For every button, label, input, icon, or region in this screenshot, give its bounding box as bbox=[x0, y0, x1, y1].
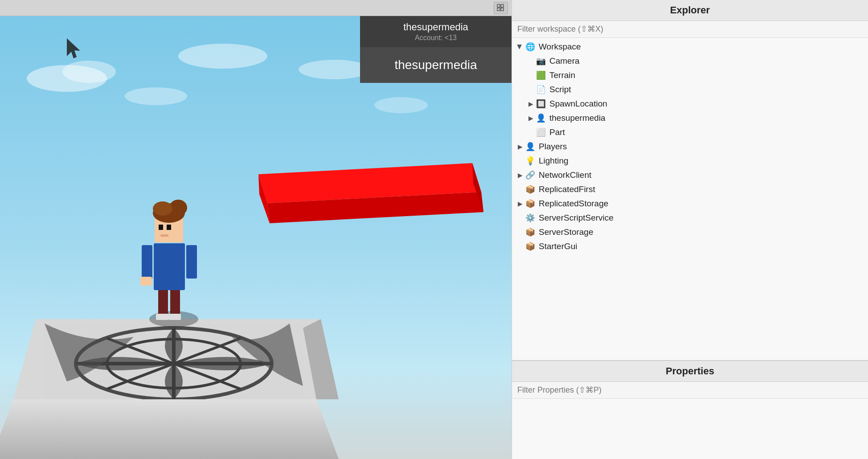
tree-label-replicatedstorage: ReplicatedStorage bbox=[539, 199, 608, 209]
svg-point-7 bbox=[125, 87, 187, 105]
svg-rect-3 bbox=[501, 8, 504, 11]
svg-rect-36 bbox=[160, 234, 168, 237]
right-panel: Explorer ▶🌐Workspace▶📷Camera▶🟩Terrain▶📄S… bbox=[512, 0, 868, 459]
tree-label-part: Part bbox=[549, 127, 565, 137]
explorer-header: Explorer bbox=[512, 0, 868, 21]
filter-properties-container[interactable] bbox=[512, 382, 868, 399]
tree-item-players[interactable]: ▶👤Players bbox=[512, 139, 868, 154]
tree-icon-replicatedfirst: 📦 bbox=[524, 184, 536, 195]
tree-item-terrain[interactable]: ▶🟩Terrain bbox=[512, 68, 868, 82]
tree-item-workspace[interactable]: ▶🌐Workspace bbox=[512, 40, 868, 54]
popup-display-name: thesupermedia bbox=[369, 58, 503, 72]
tree-icon-lighting: 💡 bbox=[524, 155, 536, 167]
tree-icon-serverstorage: 📦 bbox=[524, 226, 536, 238]
tree-label-terrain: Terrain bbox=[549, 70, 575, 80]
tree-item-spawnlocation[interactable]: ▶🔲SpawnLocation bbox=[512, 97, 868, 111]
properties-header: Properties bbox=[512, 361, 868, 382]
svg-point-33 bbox=[153, 201, 172, 216]
tree-item-networkclient[interactable]: ▶🔗NetworkClient bbox=[512, 168, 868, 182]
tree-label-replicatedfirst: ReplicatedFirst bbox=[539, 184, 595, 194]
filter-workspace-input[interactable] bbox=[517, 25, 863, 34]
tree-item-startergui[interactable]: ▶📦StarterGui bbox=[512, 239, 868, 254]
filter-workspace-container[interactable] bbox=[512, 21, 868, 38]
grid-icon-button[interactable] bbox=[494, 2, 508, 14]
svg-rect-23 bbox=[170, 288, 180, 317]
tree-icon-script: 📄 bbox=[535, 84, 547, 95]
tree-icon-terrain: 🟩 bbox=[535, 70, 547, 81]
svg-rect-22 bbox=[158, 288, 168, 317]
tree-item-replicatedstorage[interactable]: ▶📦ReplicatedStorage bbox=[512, 197, 868, 211]
tree-item-camera[interactable]: ▶📷Camera bbox=[512, 54, 868, 68]
tree-item-serverscriptservice[interactable]: ▶⚙️ServerScriptService bbox=[512, 211, 868, 225]
tree-icon-replicatedstorage: 📦 bbox=[524, 198, 536, 209]
svg-rect-2 bbox=[497, 8, 500, 11]
tree-icon-part: ⬜ bbox=[535, 127, 547, 138]
tree-icon-spawnlocation: 🔲 bbox=[535, 98, 547, 110]
tree-arrow-workspace: ▶ bbox=[516, 42, 524, 51]
tree-arrow-thesupermedia: ▶ bbox=[526, 115, 535, 122]
tree-item-part[interactable]: ▶⬜Part bbox=[512, 125, 868, 139]
properties-body bbox=[512, 399, 868, 459]
tree-icon-workspace: 🌐 bbox=[524, 41, 536, 53]
tree-arrow-replicatedstorage: ▶ bbox=[516, 200, 524, 207]
svg-point-6 bbox=[62, 61, 116, 83]
tree-label-players: Players bbox=[539, 142, 567, 152]
user-popup-body: thesupermedia bbox=[360, 47, 512, 83]
tree-label-networkclient: NetworkClient bbox=[539, 170, 591, 180]
popup-username: thesupermedia bbox=[369, 21, 503, 33]
tree-item-thesupermedia[interactable]: ▶👤thesupermedia bbox=[512, 111, 868, 125]
tree-container[interactable]: ▶🌐Workspace▶📷Camera▶🟩Terrain▶📄Script▶🔲Sp… bbox=[512, 38, 868, 360]
tree-icon-serverscriptservice: ⚙️ bbox=[524, 212, 536, 224]
svg-marker-11 bbox=[0, 399, 339, 459]
svg-point-10 bbox=[178, 44, 267, 69]
svg-rect-34 bbox=[159, 225, 163, 230]
svg-rect-28 bbox=[186, 245, 197, 279]
svg-rect-24 bbox=[156, 314, 168, 320]
tree-label-serverstorage: ServerStorage bbox=[539, 227, 594, 237]
filter-properties-input[interactable] bbox=[517, 385, 863, 395]
properties-section: Properties bbox=[512, 361, 868, 459]
tree-label-spawnlocation: SpawnLocation bbox=[549, 99, 607, 109]
tree-item-script[interactable]: ▶📄Script bbox=[512, 82, 868, 97]
tree-label-serverscriptservice: ServerScriptService bbox=[539, 213, 614, 223]
tree-label-script: Script bbox=[549, 85, 571, 94]
tree-icon-players: 👤 bbox=[524, 141, 536, 152]
svg-rect-35 bbox=[167, 225, 171, 230]
svg-rect-0 bbox=[497, 4, 500, 7]
tree-label-lighting: Lighting bbox=[539, 156, 569, 166]
popup-account: Account: <13 bbox=[369, 34, 503, 42]
svg-rect-27 bbox=[142, 245, 152, 279]
svg-point-8 bbox=[299, 60, 370, 79]
top-bar bbox=[0, 0, 512, 16]
tree-icon-camera: 📷 bbox=[535, 55, 547, 67]
svg-rect-29 bbox=[140, 277, 152, 286]
svg-rect-1 bbox=[501, 4, 504, 7]
tree-icon-networkclient: 🔗 bbox=[524, 169, 536, 181]
user-popup-header: thesupermedia Account: <13 bbox=[360, 16, 512, 47]
tree-item-replicatedfirst[interactable]: ▶📦ReplicatedFirst bbox=[512, 182, 868, 197]
tree-arrow-networkclient: ▶ bbox=[516, 172, 524, 179]
svg-point-9 bbox=[374, 97, 428, 113]
user-popup: thesupermedia Account: <13 thesupermedia bbox=[360, 16, 512, 83]
tree-icon-startergui: 📦 bbox=[524, 241, 536, 252]
tree-label-startergui: StarterGui bbox=[539, 242, 577, 251]
viewport[interactable]: thesupermedia Account: <13 thesupermedia bbox=[0, 0, 512, 459]
svg-rect-26 bbox=[154, 243, 185, 290]
tree-item-lighting[interactable]: ▶💡Lighting bbox=[512, 154, 868, 168]
tree-label-thesupermedia: thesupermedia bbox=[549, 113, 606, 123]
explorer-section: Explorer ▶🌐Workspace▶📷Camera▶🟩Terrain▶📄S… bbox=[512, 0, 868, 361]
tree-arrow-spawnlocation: ▶ bbox=[526, 100, 535, 107]
tree-item-serverstorage[interactable]: ▶📦ServerStorage bbox=[512, 225, 868, 239]
tree-arrow-players: ▶ bbox=[516, 143, 524, 150]
tree-icon-thesupermedia: 👤 bbox=[535, 112, 547, 124]
tree-label-workspace: Workspace bbox=[539, 42, 581, 52]
tree-label-camera: Camera bbox=[549, 56, 580, 66]
svg-rect-25 bbox=[168, 314, 181, 320]
